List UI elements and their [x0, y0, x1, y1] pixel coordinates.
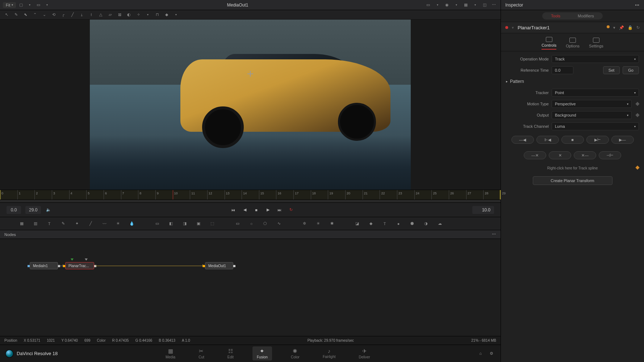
tab-modifiers[interactable]: Modifiers: [569, 12, 603, 20]
rect-mask-icon[interactable]: ▱: [107, 12, 113, 18]
select-tool-icon[interactable]: ⬉: [22, 12, 28, 18]
playhead[interactable]: [173, 190, 173, 199]
home-icon[interactable]: ⌂: [479, 351, 482, 356]
node-mediain1[interactable]: MediaIn1: [30, 262, 58, 269]
timeline-ruler[interactable]: 0123456789101112131415161718192021222324…: [0, 190, 501, 200]
page-tab-color[interactable]: ✺Color: [287, 346, 304, 361]
node-graph[interactable]: MediaIn1 PlanarTrac... MediaOut1: [0, 239, 501, 336]
delete-after-button[interactable]: ✕—: [574, 151, 596, 159]
subview-icon[interactable]: ▭: [425, 2, 432, 8]
prender-tool-icon[interactable]: ✳: [314, 220, 322, 227]
track-backward-step-button[interactable]: ⊩◀: [536, 136, 559, 144]
track-to-start-button[interactable]: —◀: [511, 136, 534, 144]
play-icon[interactable]: ▶: [265, 207, 271, 213]
paint-tool-icon[interactable]: ✎: [59, 220, 67, 227]
smooth-icon[interactable]: ⟲: [51, 12, 57, 18]
range-out-field[interactable]: 29.0: [25, 206, 41, 214]
channelbool-tool-icon[interactable]: ◧: [167, 220, 175, 227]
operation-mode-dropdown[interactable]: Track▾: [552, 55, 639, 63]
viewer-layout-a-icon[interactable]: ▢: [17, 2, 25, 8]
modify-point-icon[interactable]: ⌄: [41, 12, 47, 18]
light-tool-icon[interactable]: ☁: [436, 220, 443, 227]
node-port-out-icon[interactable]: [58, 265, 60, 267]
track-to-end-button[interactable]: ▶—: [611, 136, 634, 144]
step-back-icon[interactable]: ◀: [242, 207, 248, 213]
curve-a-icon[interactable]: ╭: [60, 12, 66, 18]
fit-zoom-dropdown[interactable]: Fit▾: [3, 2, 16, 8]
curve-b-icon[interactable]: ╱: [70, 12, 75, 18]
page-tab-cut[interactable]: ✂Cut: [194, 346, 209, 361]
background-tool-icon[interactable]: ▦: [18, 220, 25, 227]
split-view-icon[interactable]: ◫: [481, 2, 488, 8]
subtab-controls[interactable]: Controls: [541, 37, 556, 50]
pattern-section-header[interactable]: ▸Pattern: [506, 77, 639, 85]
hue-tool-icon[interactable]: 💧: [128, 220, 135, 227]
merge3d-tool-icon[interactable]: ⬢: [409, 220, 416, 227]
page-tab-fusion[interactable]: ✦Fusion: [252, 346, 272, 361]
mattecontrol-tool-icon[interactable]: ◨: [181, 220, 188, 227]
break-icon[interactable]: ⫰: [79, 12, 85, 18]
trim-button[interactable]: ⊣⊢: [599, 151, 621, 159]
node-port-out-icon[interactable]: [233, 265, 235, 267]
viewer-canvas[interactable]: [0, 20, 501, 190]
page-tab-fairlight[interactable]: ♪Fairlight: [318, 346, 340, 361]
track-forward-step-button[interactable]: ▶⊢: [586, 136, 609, 144]
pen-tool-icon[interactable]: ✎: [13, 12, 19, 18]
blur-tool-icon[interactable]: 〰: [101, 220, 108, 227]
colorcorrector-tool-icon[interactable]: ╱: [87, 220, 94, 227]
fastnoise-tool-icon[interactable]: ▥: [32, 220, 39, 227]
renderer3d-tool-icon[interactable]: ◑: [422, 220, 430, 227]
close-shape-icon[interactable]: △: [98, 12, 104, 18]
merge-tool-icon[interactable]: ▭: [154, 220, 161, 227]
shape3d-tool-icon[interactable]: ◪: [354, 220, 361, 227]
go-end-icon[interactable]: ⏭: [276, 207, 283, 213]
page-tab-edit[interactable]: ☷Edit: [223, 346, 238, 361]
reference-time-field[interactable]: 0.0: [552, 66, 573, 74]
ellipse-mask-icon[interactable]: ○: [248, 220, 255, 227]
lock-icon[interactable]: 🔒: [628, 25, 633, 30]
resize-tool-icon[interactable]: ▣: [195, 220, 202, 227]
imageplane3d-tool-icon[interactable]: ◆: [367, 220, 375, 227]
delete-icon[interactable]: ⊠: [117, 12, 122, 18]
project-settings-icon[interactable]: ⚙: [490, 351, 493, 356]
particles-tool-icon[interactable]: ✲: [301, 220, 308, 227]
nodes-options-icon[interactable]: ⋯: [492, 232, 496, 237]
node-port-in-icon[interactable]: [63, 265, 65, 267]
go-start-icon[interactable]: ⏮: [230, 207, 237, 213]
arrow-tool-icon[interactable]: ↖: [4, 12, 9, 18]
text3d-tool-icon[interactable]: T: [381, 220, 388, 227]
inspector-options-icon[interactable]: ⋯: [635, 3, 640, 8]
stop-icon[interactable]: ■: [253, 207, 260, 213]
delete-before-button[interactable]: —✕: [524, 151, 546, 159]
node-port-in-icon[interactable]: [28, 265, 30, 267]
key-dd-icon[interactable]: ▾: [173, 12, 179, 18]
key-icon[interactable]: ◆: [164, 12, 170, 18]
subtab-options[interactable]: Options: [566, 38, 580, 50]
track-channel-dropdown[interactable]: Luma▾: [552, 122, 639, 130]
tracker-tool-icon[interactable]: ✦: [73, 220, 80, 227]
camera3d-tool-icon[interactable]: ●: [395, 220, 402, 227]
audio-icon[interactable]: 🔈: [45, 207, 52, 213]
grid-dd-icon[interactable]: ▾: [472, 2, 479, 8]
subtab-settings[interactable]: Settings: [589, 38, 603, 50]
loop-icon[interactable]: ↻: [288, 207, 294, 213]
subview-dd-icon[interactable]: ▾: [434, 2, 441, 8]
grid-icon[interactable]: ▦: [462, 2, 469, 8]
viewer-layout-dropdown-icon[interactable]: ▾: [43, 2, 51, 8]
rectangle-mask-icon[interactable]: ▭: [234, 220, 241, 227]
viewer-layout-b-icon[interactable]: ▭: [35, 2, 42, 8]
tab-tools[interactable]: Tools: [542, 12, 569, 20]
node-planartracker1[interactable]: PlanarTrac...: [65, 262, 94, 269]
output-dropdown[interactable]: Background▾: [552, 111, 632, 119]
bspline-mask-icon[interactable]: ∿: [275, 220, 283, 227]
viewer-lut-icon[interactable]: ▾: [26, 2, 33, 8]
pin-icon[interactable]: 📌: [619, 25, 624, 30]
node-mediaout1[interactable]: MediaOut1: [205, 262, 233, 269]
keyframe-diamond-icon[interactable]: [635, 113, 639, 117]
track-spline-hint[interactable]: Right-click here for Track spline: [547, 166, 598, 170]
node-enable-dot-icon[interactable]: [505, 26, 508, 29]
node-port-out-icon[interactable]: [94, 265, 96, 267]
brightness-tool-icon[interactable]: ☀: [114, 220, 122, 227]
globe-icon[interactable]: ◉: [443, 2, 451, 8]
delete-current-button[interactable]: ✕: [549, 151, 571, 159]
